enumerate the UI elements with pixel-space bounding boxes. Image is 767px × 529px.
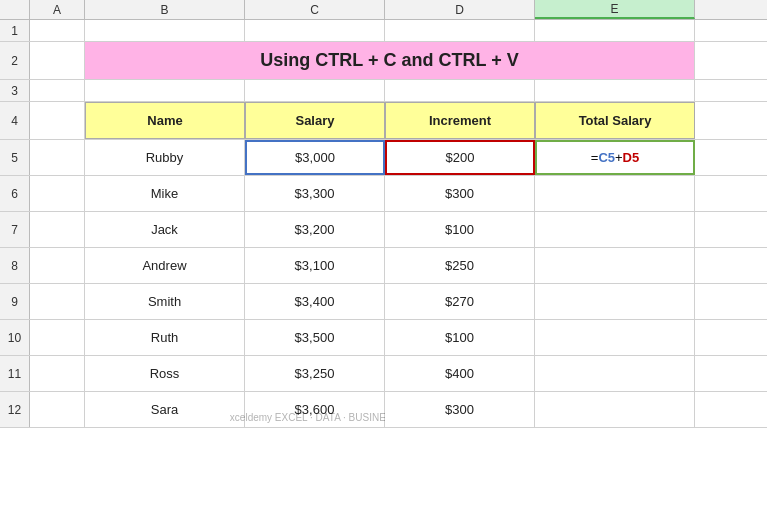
row-num-9: 9 [0,284,30,319]
cell-a7[interactable] [30,212,85,247]
cell-d11[interactable]: $400 [385,356,535,391]
cell-a6[interactable] [30,176,85,211]
cell-a9[interactable] [30,284,85,319]
cell-c11[interactable]: $3,250 [245,356,385,391]
cell-d5[interactable]: $200 [385,140,535,175]
title-cell[interactable]: Using CTRL + C and CTRL + V [85,42,695,79]
cell-a10[interactable] [30,320,85,355]
header-increment[interactable]: Increment [385,102,535,139]
grid-body: 1 2 Using CTRL + C and CTRL + V 3 4 [0,20,767,529]
cell-c8[interactable]: $3,100 [245,248,385,283]
col-b-label: B [160,3,168,17]
header-total-salary[interactable]: Total Salary [535,102,695,139]
cell-d9[interactable]: $270 [385,284,535,319]
cell-b5[interactable]: Rubby [85,140,245,175]
row-num-10: 10 [0,320,30,355]
cell-e12[interactable] [535,392,695,427]
table-row: 12 Sara $3,600 xceldemy EXCEL · DATA · B… [0,392,767,428]
row-num-3: 3 [0,80,30,101]
col-header-d[interactable]: D [385,0,535,19]
column-headers: A B C D E [0,0,767,20]
header-name[interactable]: Name [85,102,245,139]
cell-b7[interactable]: Jack [85,212,245,247]
cell-e6[interactable] [535,176,695,211]
col-header-e[interactable]: E [535,0,695,19]
row-num-2: 2 [0,42,30,79]
row-num-11: 11 [0,356,30,391]
row-3: 3 [0,80,767,102]
cell-a5[interactable] [30,140,85,175]
formula-e5: =C5+D5 [591,150,639,165]
cell-c7[interactable]: $3,200 [245,212,385,247]
cell-b1[interactable] [85,20,245,41]
col-c-label: C [310,3,319,17]
cell-d8[interactable]: $250 [385,248,535,283]
col-header-b[interactable]: B [85,0,245,19]
cell-b3[interactable] [85,80,245,101]
row-num-6: 6 [0,176,30,211]
col-header-a[interactable]: A [30,0,85,19]
cell-b6[interactable]: Mike [85,176,245,211]
salary-rubby: $3,000 [295,150,335,165]
cell-d1[interactable] [385,20,535,41]
cell-a1[interactable] [30,20,85,41]
cell-c3[interactable] [245,80,385,101]
spreadsheet: A B C D E 1 2 Using CTRL [0,0,767,529]
cell-e11[interactable] [535,356,695,391]
cell-c6[interactable]: $3,300 [245,176,385,211]
table-row: 8 Andrew $3,100 $250 [0,248,767,284]
row-num-1: 1 [0,20,30,41]
cell-e8[interactable] [535,248,695,283]
cell-e9[interactable] [535,284,695,319]
row-num-12: 12 [0,392,30,427]
cell-a3[interactable] [30,80,85,101]
cell-a8[interactable] [30,248,85,283]
header-total-salary-label: Total Salary [579,113,652,128]
table-row: 9 Smith $3,400 $270 [0,284,767,320]
cell-c5[interactable]: $3,000 [245,140,385,175]
name-ruth: Ruth [151,330,178,345]
table-row: 7 Jack $3,200 $100 [0,212,767,248]
table-row: 6 Mike $3,300 $300 [0,176,767,212]
cell-c9[interactable]: $3,400 [245,284,385,319]
row-num-8: 8 [0,248,30,283]
cell-e1[interactable] [535,20,695,41]
cell-e5[interactable]: =C5+D5 [535,140,695,175]
cell-e10[interactable] [535,320,695,355]
header-name-label: Name [147,113,182,128]
col-e-label: E [610,2,618,16]
cell-d3[interactable] [385,80,535,101]
cell-c10[interactable]: $3,500 [245,320,385,355]
cell-b12[interactable]: Sara [85,392,245,427]
col-header-c[interactable]: C [245,0,385,19]
row-num-4: 4 [0,102,30,139]
cell-b9[interactable]: Smith [85,284,245,319]
header-salary[interactable]: Salary [245,102,385,139]
cell-c1[interactable] [245,20,385,41]
cell-a4[interactable] [30,102,85,139]
cell-d7[interactable]: $100 [385,212,535,247]
increment-rubby: $200 [446,150,475,165]
spreadsheet-title: Using CTRL + C and CTRL + V [260,50,518,71]
cell-d12[interactable]: $300 [385,392,535,427]
cell-e7[interactable] [535,212,695,247]
cell-a12[interactable] [30,392,85,427]
cell-d6[interactable]: $300 [385,176,535,211]
table-row: 11 Ross $3,250 $400 [0,356,767,392]
row-num-5: 5 [0,140,30,175]
row-4-headers: 4 Name Salary Increment Total Salary [0,102,767,140]
cell-b10[interactable]: Ruth [85,320,245,355]
cell-b11[interactable]: Ross [85,356,245,391]
cell-b8[interactable]: Andrew [85,248,245,283]
col-a-label: A [53,3,61,17]
cell-c12[interactable]: $3,600 xceldemy EXCEL · DATA · BUSINESS [245,392,385,427]
table-row: 10 Ruth $3,500 $100 [0,320,767,356]
table-row: 5 Rubby $3,000 $200 =C5+D5 [0,140,767,176]
corner-cell [0,0,30,19]
row-1: 1 [0,20,767,42]
cell-d10[interactable]: $100 [385,320,535,355]
cell-a2[interactable] [30,42,85,79]
cell-a11[interactable] [30,356,85,391]
cell-e3[interactable] [535,80,695,101]
header-increment-label: Increment [429,113,491,128]
